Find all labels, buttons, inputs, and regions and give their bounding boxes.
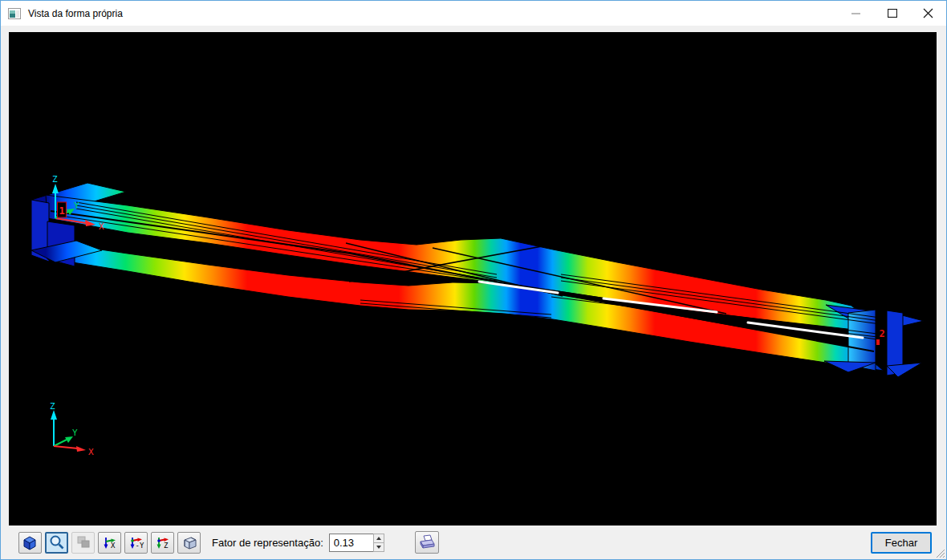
dialog-content: Z Y X 1 2 Z Y <box>1 26 946 559</box>
bottom-toolbar: X -Y <box>9 526 938 559</box>
y-axis-label: Y <box>72 428 78 438</box>
view-along-z-button[interactable]: Z <box>151 532 174 554</box>
factor-input[interactable] <box>329 534 373 552</box>
minimize-button <box>838 1 874 26</box>
view-along-x-button[interactable]: X <box>98 532 121 554</box>
view-along-x-icon: X <box>101 534 119 550</box>
svg-text:1: 1 <box>59 205 64 217</box>
minimize-icon <box>851 13 860 14</box>
factor-label: Fator de representação: <box>212 537 323 549</box>
maximize-icon <box>888 9 897 18</box>
zoom-icon <box>48 534 66 550</box>
isometric-view-button[interactable] <box>18 532 42 554</box>
titlebar[interactable]: Vista da forma própria <box>1 1 946 26</box>
move-view-button <box>71 532 95 554</box>
zoom-button[interactable] <box>45 532 68 554</box>
spin-down-button[interactable] <box>374 543 384 551</box>
factor-spinbox <box>329 534 384 552</box>
print-button[interactable] <box>415 531 439 554</box>
close-button[interactable] <box>910 1 946 26</box>
app-icon <box>8 7 21 20</box>
axonometric-view-icon <box>181 534 198 550</box>
svg-text:X: X <box>111 542 116 550</box>
close-dialog-button[interactable]: Fechar <box>871 532 932 554</box>
view-along-minus-y-button[interactable]: -Y <box>124 532 148 554</box>
dialog-window: Vista da forma própria <box>0 0 947 560</box>
svg-text:2: 2 <box>879 328 884 339</box>
move-view-icon <box>75 534 92 550</box>
svg-text:Z: Z <box>164 542 169 550</box>
factor-spinner <box>373 534 384 552</box>
x-axis-label: X <box>88 447 94 457</box>
node-label-1: 1 <box>58 202 67 217</box>
maximize-button[interactable] <box>874 1 910 26</box>
z-axis-label: Z <box>52 174 58 185</box>
isometric-view-icon <box>22 534 39 550</box>
view-along-minus-y-icon: -Y <box>128 534 145 550</box>
chevron-down-icon <box>376 546 381 549</box>
window-title: Vista da forma própria <box>28 8 838 19</box>
viewport-3d[interactable]: Z Y X 1 2 Z Y <box>9 32 937 526</box>
view-along-z-icon: Z <box>154 534 172 550</box>
spin-up-button[interactable] <box>374 534 384 543</box>
svg-text:-Y: -Y <box>135 542 144 550</box>
z-axis-label: Z <box>50 401 55 412</box>
x-axis-label: X <box>99 221 104 232</box>
chevron-up-icon <box>376 537 381 540</box>
y-axis-label: Y <box>74 201 79 211</box>
resize-grip[interactable] <box>935 548 945 558</box>
axonometric-view-button[interactable] <box>177 532 201 554</box>
close-icon <box>923 8 933 18</box>
printer-icon <box>417 533 437 552</box>
